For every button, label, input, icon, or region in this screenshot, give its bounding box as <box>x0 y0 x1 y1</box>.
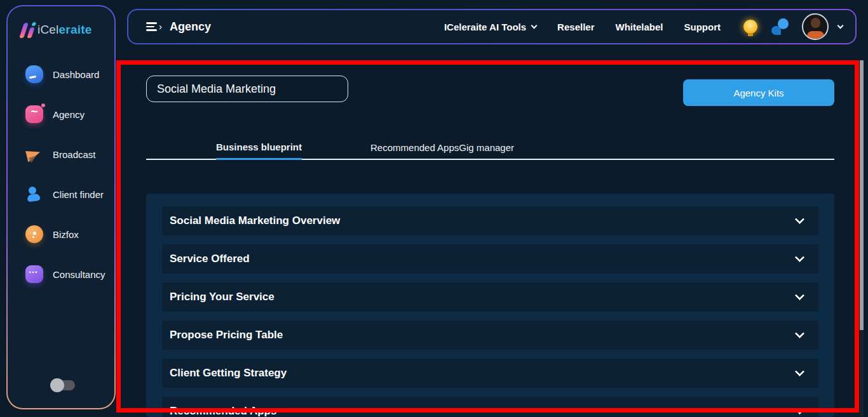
logo-icon <box>22 22 33 38</box>
logo-bar-icon <box>27 27 35 38</box>
header-nav-label: ICeleraite AI Tools <box>444 22 526 32</box>
page-title: Agency <box>170 20 211 34</box>
chevron-down-icon <box>795 405 805 415</box>
header-nav-link[interactable]: Support <box>684 22 721 32</box>
accordion-section-title: Recommended Apps <box>170 405 276 417</box>
accordion-section-title: Propose Pricing Table <box>170 329 283 341</box>
chevron-down-icon[interactable] <box>837 22 844 29</box>
lightbulb-icon[interactable] <box>743 20 757 34</box>
top-header: › Agency ICeleraite AI Tools Reseller Wh… <box>127 9 857 44</box>
tab[interactable]: Business blueprint <box>216 142 302 160</box>
header-nav-link[interactable]: Reseller <box>557 22 594 32</box>
agency-kits-button[interactable]: Agency Kits <box>683 79 834 106</box>
chevron-down-icon <box>795 215 805 225</box>
chevron-down-icon <box>795 329 805 339</box>
accordion-section[interactable]: Pricing Your Service <box>162 282 818 312</box>
accordion-section-title: Social Media Marketing Overview <box>170 215 340 227</box>
header-icons <box>743 13 843 40</box>
sidebar-item-label: Consultancy <box>53 269 105 280</box>
sidebar-item[interactable]: Dashboard <box>25 63 114 85</box>
service-name-input[interactable] <box>146 76 348 102</box>
header-nav-link[interactable]: ICeleraite AI Tools <box>444 22 536 32</box>
sidebar-item-label: Bizfox <box>53 229 79 240</box>
agency-icon <box>25 105 43 123</box>
accordion-panel: Social Media Marketing Overview Service … <box>146 194 834 417</box>
sidebar-item-label: Broadcast <box>53 149 96 160</box>
sidebar-item[interactable]: Bizfox <box>25 223 114 245</box>
sidebar-item-label: Agency <box>53 109 85 120</box>
tab-bar: Business blueprintRecommended AppsGig ma… <box>146 142 834 160</box>
accordion-section[interactable]: Recommended Apps <box>162 397 818 417</box>
hamburger-menu-icon[interactable] <box>146 22 157 31</box>
accordion-section-title: Client Getting Strategy <box>170 367 287 380</box>
theme-toggle[interactable] <box>52 380 75 390</box>
sidebar-nav: Dashboard Agency Broadcast Client finder… <box>8 63 114 285</box>
sidebar: iCeleraite Dashboard Agency Broadcast Cl… <box>6 5 116 409</box>
accordion-section[interactable]: Service Offered <box>162 244 818 274</box>
logo-text: iCeleraite <box>37 23 92 37</box>
avatar[interactable] <box>802 13 829 40</box>
chevron-down-icon <box>795 367 805 377</box>
accordion-section[interactable]: Propose Pricing Table <box>162 321 818 350</box>
accordion-section[interactable]: Social Media Marketing Overview <box>162 206 818 235</box>
tab[interactable]: Recommended Apps <box>370 142 459 159</box>
header-nav-label: Reseller <box>557 22 594 32</box>
chevron-down-icon <box>531 22 538 29</box>
toggle-knob-icon <box>50 378 64 392</box>
chat-icon[interactable] <box>771 18 789 35</box>
accordion-section-title: Pricing Your Service <box>170 291 275 303</box>
dashboard-icon <box>25 65 43 83</box>
header-nav-label: Support <box>684 22 721 32</box>
sidebar-item-label: Client finder <box>53 189 104 200</box>
sidebar-item[interactable]: Agency <box>25 103 114 125</box>
main-content: Agency Kits Business blueprintRecommende… <box>116 60 859 417</box>
sidebar-item-label: Dashboard <box>53 69 99 80</box>
consultancy-icon <box>25 265 43 283</box>
header-nav-label: Whitelabel <box>615 22 663 32</box>
chevron-down-icon <box>795 253 805 263</box>
tab[interactable]: Gig manager <box>459 142 514 159</box>
bizfox-icon <box>25 225 43 243</box>
accordion-section[interactable]: Client Getting Strategy <box>162 359 818 388</box>
broadcast-icon <box>25 145 43 163</box>
header-nav: ICeleraite AI Tools Reseller Whitelabel … <box>444 22 721 32</box>
collapse-arrow-icon[interactable]: › <box>159 21 162 32</box>
scrollbar[interactable] <box>860 60 864 417</box>
logo-text-accent: eraite <box>59 23 92 36</box>
chevron-down-icon <box>795 291 805 301</box>
header-nav-link[interactable]: Whitelabel <box>615 22 663 32</box>
scrollbar-thumb[interactable] <box>860 60 864 330</box>
client-finder-icon <box>25 185 43 203</box>
logo: iCeleraite <box>8 6 114 38</box>
sidebar-item[interactable]: Broadcast <box>25 143 114 165</box>
sidebar-item[interactable]: Client finder <box>25 183 114 205</box>
logo-text-primary: iCel <box>37 23 59 36</box>
sidebar-item[interactable]: Consultancy <box>25 263 114 285</box>
accordion-section-title: Service Offered <box>170 253 250 265</box>
